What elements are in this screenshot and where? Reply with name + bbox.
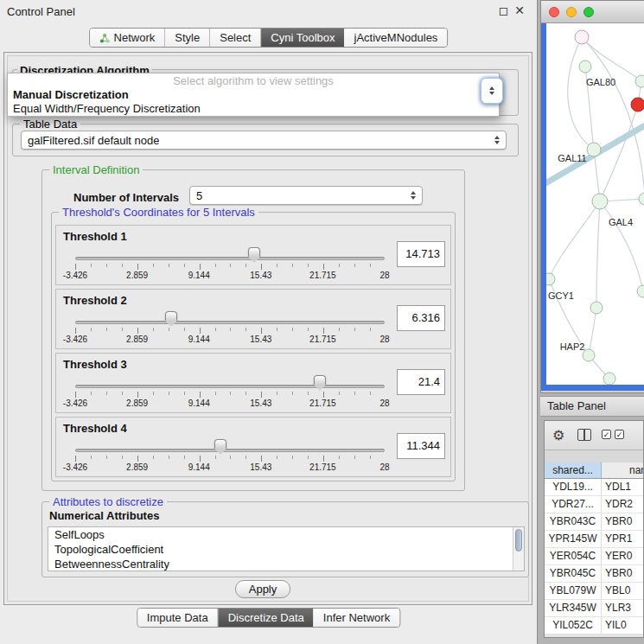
tick-label: 15.43 <box>250 271 271 280</box>
cell-shared-name[interactable]: YPR145W <box>545 531 602 547</box>
slider-track[interactable] <box>75 385 385 388</box>
threshold-value-field[interactable]: 6.316 <box>397 305 445 331</box>
cell-name[interactable]: YBR0 <box>602 565 644 582</box>
attribute-item[interactable]: TopologicalCoefficient <box>48 542 524 557</box>
mac-close-button[interactable] <box>549 7 559 17</box>
network-node[interactable] <box>592 194 608 209</box>
slider-track[interactable] <box>75 257 385 260</box>
threshold-slider[interactable]: -3.4262.8599.14415.4321.71528 <box>75 309 385 347</box>
table-row[interactable]: YER054CYER0 <box>545 548 644 565</box>
slider-scale: -3.4262.8599.14415.4321.71528 <box>75 335 385 345</box>
column-header-name[interactable]: name <box>602 462 644 478</box>
cell-name[interactable]: YBR0 <box>602 513 644 530</box>
algorithm-combobox-end[interactable] <box>481 78 503 104</box>
tab-label: Select <box>220 31 251 44</box>
network-node[interactable] <box>603 373 615 385</box>
column-header-shared-name[interactable]: shared... <box>545 462 602 478</box>
threshold-panel-4: Threshold 4 -3.4262.8599.14415.4321.7152… <box>55 417 451 477</box>
network-node[interactable] <box>587 143 601 156</box>
cell-shared-name[interactable]: YDL19... <box>545 479 602 495</box>
interval-definition-group: Interval Definition Number of Intervals … <box>41 169 465 491</box>
network-node[interactable] <box>637 285 644 297</box>
network-node[interactable] <box>639 193 644 205</box>
number-of-intervals-combobox[interactable]: 5 <box>189 186 423 205</box>
float-window-icon[interactable]: ◻ <box>499 3 509 17</box>
cell-name[interactable]: YBL0 <box>602 583 644 599</box>
network-node[interactable] <box>635 75 644 87</box>
threshold-value-field[interactable]: 21.4 <box>397 369 445 395</box>
mac-zoom-button[interactable] <box>583 7 594 17</box>
table-row[interactable]: YBR045CYBR0 <box>545 565 644 583</box>
network-canvas[interactable]: GAL80 GAL11 GAL4 GCY1 HAP2 <box>541 23 644 391</box>
table-row[interactable]: YDR27...YDR2 <box>545 496 644 513</box>
tick-label: 9.144 <box>188 462 210 472</box>
slider-thumb[interactable] <box>165 311 177 321</box>
cell-shared-name[interactable]: YBR043C <box>545 513 602 530</box>
table-row[interactable]: YPR145WYPR1 <box>545 531 644 548</box>
algorithm-option-equal-width-frequency[interactable]: Equal Width/Frequency Discretization <box>8 102 499 116</box>
network-node[interactable] <box>575 30 589 44</box>
cell-shared-name[interactable]: YBL079W <box>545 583 602 599</box>
tab-network[interactable]: Network <box>90 29 166 47</box>
attribute-item[interactable]: BetweennessCentrality <box>48 557 524 571</box>
numerical-attributes-list[interactable]: SelfLoopsTopologicalCoefficientBetweenne… <box>48 526 525 571</box>
mac-minimize-button[interactable] <box>566 7 577 17</box>
tab-discretize-data[interactable]: Discretize Data <box>219 609 314 627</box>
threshold-slider[interactable]: -3.4262.8599.14415.4321.71528 <box>75 373 385 411</box>
close-icon[interactable]: ✕ <box>514 3 525 17</box>
tab-cyni-toolbox[interactable]: Cyni Toolbox <box>261 29 344 47</box>
tab-jactivemnodules[interactable]: jActiveMNodules <box>345 29 448 47</box>
tab-infer-network[interactable]: Infer Network <box>314 609 399 627</box>
algorithm-option-manual-discretization[interactable]: Manual Discretization <box>8 88 499 102</box>
cell-name[interactable]: YLR3 <box>602 600 644 616</box>
list-scrollbar[interactable] <box>513 527 524 571</box>
window-title: Control Panel <box>7 5 75 18</box>
cell-name[interactable]: YIL0 <box>602 617 644 634</box>
network-node[interactable] <box>579 61 591 73</box>
threshold-panel-1: Threshold 1 -3.4262.8599.14415.4321.7152… <box>55 225 451 285</box>
threshold-value-field[interactable]: 14.713 <box>397 241 445 267</box>
apply-button[interactable]: Apply <box>235 580 290 598</box>
algorithm-placeholder: Select algorithm to view settings <box>8 73 499 88</box>
checkbox-icon[interactable]: ✓ <box>602 430 611 439</box>
threshold-slider[interactable]: -3.4262.8599.14415.4321.71528 <box>75 245 385 283</box>
table-row[interactable]: YIL052CYIL0 <box>545 617 644 634</box>
threshold-value-field[interactable]: 11.344 <box>397 433 445 459</box>
slider-track[interactable] <box>75 449 385 452</box>
cell-name[interactable]: YPR1 <box>602 531 644 547</box>
cell-name[interactable]: YDR2 <box>602 496 644 513</box>
slider-thumb[interactable] <box>214 439 226 449</box>
cell-name[interactable]: YER0 <box>602 548 644 564</box>
number-of-intervals-value: 5 <box>196 189 202 202</box>
gear-icon[interactable]: ⚙ <box>552 427 564 443</box>
table-data-combobox[interactable]: galFiltered.sif default node <box>21 131 507 150</box>
number-of-intervals-label: Number of Intervals <box>73 191 179 204</box>
cell-shared-name[interactable]: YBR045C <box>545 565 602 582</box>
slider-thumb[interactable] <box>314 375 326 385</box>
table-row[interactable]: YBR043CYBR0 <box>545 513 644 531</box>
table-row[interactable]: YDL19...YDL1 <box>545 479 644 496</box>
slider-track[interactable] <box>75 321 385 324</box>
checkbox-icon[interactable]: ✓ <box>615 430 624 439</box>
cell-name[interactable]: YDL1 <box>602 479 644 495</box>
cell-shared-name[interactable]: YDR27... <box>545 496 602 513</box>
scrollbar-thumb[interactable] <box>515 529 522 552</box>
network-node[interactable] <box>546 273 555 285</box>
table-row[interactable]: YBL079WYBL0 <box>545 583 644 600</box>
cell-shared-name[interactable]: YLR345W <box>545 600 602 616</box>
attribute-item[interactable]: SelfLoops <box>48 527 524 542</box>
slider-thumb[interactable] <box>248 247 260 257</box>
tab-impute-data[interactable]: Impute Data <box>137 609 219 627</box>
cell-shared-name[interactable]: YER054C <box>545 548 602 564</box>
combo-stepper-icon <box>489 136 500 144</box>
tab-select[interactable]: Select <box>210 29 261 47</box>
table-row[interactable]: YLR345WYLR3 <box>545 600 644 617</box>
column-selector-icon[interactable] <box>577 429 591 441</box>
tab-style[interactable]: Style <box>165 29 210 47</box>
network-node-selected[interactable] <box>631 98 644 112</box>
tick-label: 9.144 <box>188 335 210 344</box>
network-node[interactable] <box>590 302 603 314</box>
cell-shared-name[interactable]: YIL052C <box>545 617 602 634</box>
threshold-slider[interactable]: -3.4262.8599.14415.4321.71528 <box>75 437 385 475</box>
screen: Control Panel ◻ ✕ Network Style Select C… <box>0 0 644 644</box>
